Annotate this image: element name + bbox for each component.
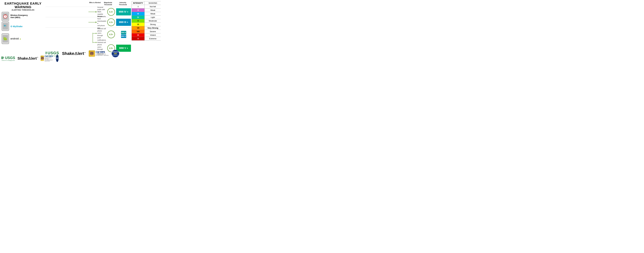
usgs-sub-logo: science for a changing world <box>46 55 59 56</box>
intensity-v: V <box>132 19 144 23</box>
svg-rect-7 <box>7 38 7 40</box>
wea-label: Wireless EmergencyAlert (WEA) <box>10 14 45 19</box>
table-row-x: X Extreme <box>132 37 161 41</box>
col-int-header: IntensityThreshold <box>115 1 131 6</box>
intensity-table: INTENSITY SHAKING I Not felt II Weak III… <box>132 1 161 41</box>
shaking-ii: Weak <box>144 9 161 12</box>
caloes-logo-main: 🐻 Cal OES GOVERNOR'S OFFICEOF EMERGENCY … <box>89 50 108 57</box>
intensity-iv: IV <box>132 16 144 19</box>
table-row-ix: IX Violent <box>132 33 161 37</box>
data-row-myshake: People who have downloaded acell phone a… <box>46 17 131 28</box>
data-row-android: Android cell phone users throughpush not… <box>46 28 131 48</box>
shaking-iv: Light <box>144 16 161 19</box>
shaking-viii: Severe <box>144 30 161 33</box>
myshake-who: People who have downloaded acell phone a… <box>97 16 106 29</box>
data-row-wea: General public withWEA-capable devices 5… <box>46 7 131 17</box>
logos-row: USGS science for a changing world Shake⚠… <box>46 48 131 57</box>
shaking-v: Moderate <box>144 19 161 23</box>
android-phone <box>2 33 9 44</box>
alert-rows: WEA ! Wireless EmergencyAlert (WEA) <box>1 12 45 53</box>
caloes-title: Cal OES <box>96 51 108 54</box>
android-label-text: android ▲ <box>10 37 45 40</box>
table-row-v: V Moderate <box>132 19 161 23</box>
usgs-logo-main: USGS science for a changing world <box>46 51 59 56</box>
android-sub-rows: Android cell phone users throughpush not… <box>97 28 131 48</box>
col-who-header: Who is Alerted <box>88 1 101 6</box>
em-seal-main: EMERGENCY EM WASHINGTON <box>112 50 119 57</box>
svg-point-0 <box>4 25 5 26</box>
usgs-text: USGS <box>5 56 15 60</box>
main-title: EARTHQUAKE EARLY WARNING <box>1 2 45 9</box>
intensity-ix: IX <box>132 33 144 37</box>
th-shaking: SHAKING <box>144 1 161 5</box>
svg-rect-8 <box>4 40 5 40</box>
intensity-ii: II <box>132 9 144 12</box>
table-row-iii: III Weak <box>132 12 161 16</box>
middle-section: Who is Alerted MagnitudeThreshold Intens… <box>46 1 131 62</box>
wea-icon: WEA ! <box>1 12 10 21</box>
svg-point-12 <box>6 38 6 38</box>
table-row-vi: VI Strong <box>132 23 161 26</box>
wea-inner: WEA ! <box>3 13 8 20</box>
myshake-arrow <box>88 22 97 23</box>
th-intensity: INTENSITY <box>132 1 144 5</box>
svg-point-3 <box>6 26 6 27</box>
sub-title: ALERTING THRESHOLDS <box>1 9 45 11</box>
myshake-intensity: MMI III + <box>116 19 131 26</box>
svg-point-2 <box>6 25 6 26</box>
caloes-seal: 🐻 <box>40 56 44 61</box>
android-robot-icon <box>3 37 8 41</box>
table-row-i: I Not felt <box>132 5 161 9</box>
col-headers: Who is Alerted MagnitudeThreshold Intens… <box>46 1 131 6</box>
wea-arrow <box>88 11 97 13</box>
caloes-subtitle: GOVERNOR'S OFFICEOF EMERGENCY SERVICES <box>96 54 108 56</box>
svg-line-13 <box>4 37 4 37</box>
wea-intensity: MMI IV + <box>116 8 131 16</box>
myshake-phone <box>2 22 9 31</box>
android-push-mag: 4.5+ <box>107 31 115 38</box>
table-row-iv: IV Light <box>132 16 161 19</box>
right-table-section: INTENSITY SHAKING I Not felt II Weak III… <box>132 1 161 62</box>
myshake-mag: 4.5+ <box>107 18 115 26</box>
wea-phone: WEA ! <box>2 12 9 21</box>
intensity-x: X <box>132 37 144 41</box>
svg-line-14 <box>7 37 7 37</box>
svg-point-4 <box>5 27 6 27</box>
myshake-inner <box>3 23 8 30</box>
intensity-vi: VI <box>132 23 144 26</box>
table-row-viii: VIII Severe <box>132 30 161 33</box>
myshake-icon <box>1 22 10 30</box>
android-push-intensity: MMI III MMI IV <box>116 31 131 38</box>
android-inner <box>3 35 8 42</box>
shakealert-logo-main: Shake⚠lert™ <box>62 51 86 56</box>
intensity-vii: VII <box>132 26 144 30</box>
shakealert-logo: Shake⚠lert™ <box>18 56 38 61</box>
shaking-x: Extreme <box>144 37 161 41</box>
intensity-iii: III <box>132 12 144 16</box>
svg-rect-9 <box>6 40 6 40</box>
shaking-vii: Very Strong <box>144 26 161 30</box>
alert-row-myshake: ⊙ MyShake <box>1 22 45 31</box>
logos-section: USGS science for a changing world Shake⚠… <box>1 53 45 62</box>
myshake-logo-icon <box>3 24 8 28</box>
left-section: EARTHQUAKE EARLY WARNING ALERTING THRESH… <box>1 1 45 62</box>
android-push-who: Android cell phone users throughpush not… <box>97 28 106 41</box>
title-block: EARTHQUAKE EARLY WARNING ALERTING THRESH… <box>1 1 45 11</box>
android-row-push: Android cell phone users throughpush not… <box>97 28 131 41</box>
table-row-ii: II Weak <box>132 9 161 12</box>
table-row-vii: VII Very Strong <box>132 26 161 30</box>
shaking-vi: Strong <box>144 23 161 26</box>
usgs-sub-text: science for a changing world <box>2 60 15 61</box>
shaking-ix: Violent <box>144 33 161 37</box>
intensity-viii: VIII <box>132 30 144 33</box>
wea-mag: 5.0+ <box>107 8 115 16</box>
svg-point-11 <box>4 38 5 38</box>
android-icon <box>1 35 10 43</box>
alert-row-android: android ▲ <box>1 31 45 46</box>
alert-row-wea: WEA ! Wireless EmergencyAlert (WEA) <box>1 12 45 21</box>
shaking-i: Not felt <box>144 5 161 9</box>
main-container: EARTHQUAKE EARLY WARNING ALERTING THRESH… <box>0 0 161 63</box>
usgs-logo: USGS science for a changing world <box>1 56 15 61</box>
intensity-i: I <box>132 5 144 9</box>
myshake-label-text: ⊙ MyShake <box>10 25 45 28</box>
